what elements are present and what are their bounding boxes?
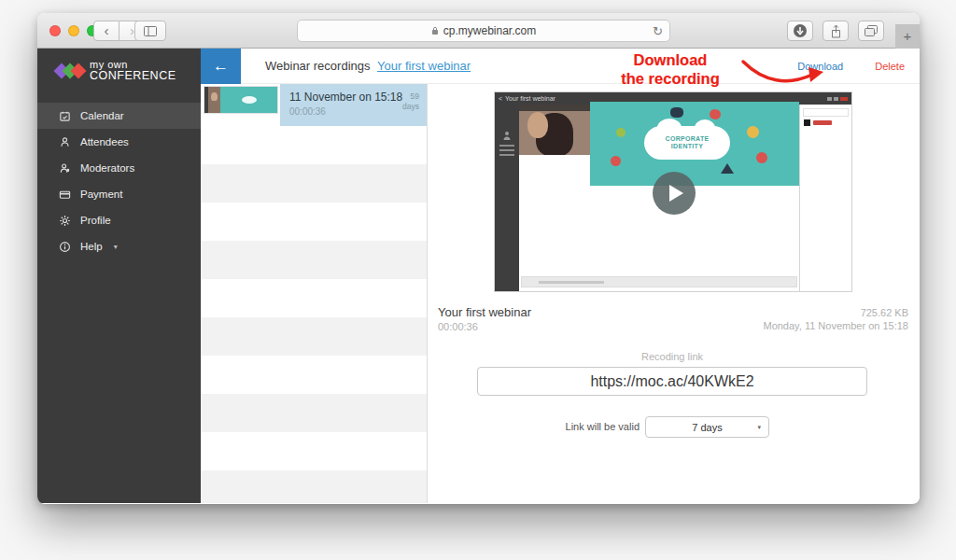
- recording-size: 725.62 KB: [861, 307, 908, 318]
- slide-blob-icon: [756, 152, 767, 163]
- player-titlebar-icons: [827, 97, 848, 101]
- logo-diamonds-icon: [56, 65, 81, 77]
- delete-link[interactable]: Delete: [875, 61, 905, 72]
- validity-label: Link will be valid: [428, 416, 640, 438]
- participants-panel: [799, 105, 851, 291]
- sidebar-toggle-button[interactable]: [134, 21, 166, 41]
- chevron-down-icon: ▾: [114, 243, 118, 251]
- sidebar-item-moderators[interactable]: Moderators: [37, 155, 201, 181]
- sidebar-item-label: Help: [80, 241, 103, 252]
- sidebar-item-help[interactable]: Help ▾: [37, 233, 201, 259]
- player-title: Your first webinar: [505, 95, 555, 102]
- close-button[interactable]: [49, 25, 61, 36]
- sidebar-item-attendees[interactable]: Attendees: [37, 129, 201, 155]
- tab-overview-icon: [865, 25, 878, 36]
- sidebar-item-label: Profile: [80, 215, 111, 226]
- sidebar-item-label: Calendar: [80, 110, 124, 121]
- layout-icon: [834, 97, 838, 101]
- back-button[interactable]: ←: [201, 49, 241, 84]
- recording-item-title: 11 November on 15:18: [289, 91, 419, 104]
- recording-duration: 00:00:36: [438, 321, 478, 332]
- recording-item-duration: 00:00:36: [289, 106, 419, 117]
- padlock-icon: [431, 26, 439, 35]
- refresh-button[interactable]: ↻: [653, 24, 663, 38]
- recording-list-item-selected[interactable]: 11 November on 15:18 00:00:36 59 days: [201, 84, 427, 126]
- validity-select[interactable]: 7 days ▾: [645, 416, 769, 438]
- credit-card-icon: [58, 188, 71, 201]
- share-button[interactable]: [822, 21, 849, 41]
- app-logo: my own CONFERENCE: [37, 49, 201, 93]
- recording-datetime: Monday, 11 November on 15:18: [763, 320, 908, 331]
- sidebar-item-profile[interactable]: Profile: [37, 207, 201, 233]
- slide-blob-icon: [616, 128, 626, 137]
- slide-mountain-icon: [721, 163, 734, 174]
- address-bar[interactable]: cp.mywebinar.com ↻: [297, 20, 670, 42]
- annotation-line2: the recording: [605, 69, 736, 88]
- breadcrumb-section: Webinar recordings: [265, 59, 370, 73]
- sidebar-item-label: Payment: [80, 189, 122, 200]
- sidebar-item-payment[interactable]: Payment: [37, 181, 201, 207]
- breadcrumb: Webinar recordings Your first webinar: [265, 59, 471, 73]
- sidebar-item-calendar[interactable]: Calendar: [37, 103, 201, 129]
- play-button[interactable]: [653, 172, 696, 215]
- page-header: ← Webinar recordings Your first webinar …: [201, 49, 920, 84]
- recording-thumbnail: [201, 84, 280, 126]
- presenter-icon: [500, 131, 513, 142]
- thumbnail-slide: [220, 87, 277, 113]
- slide-cloud: CORPORATE IDENTITY: [644, 126, 730, 160]
- sidebar-nav: Calendar Attendees Moderators: [37, 103, 201, 259]
- logo-text-bottom: CONFERENCE: [90, 70, 176, 82]
- recording-link-input[interactable]: [477, 367, 867, 396]
- slide-blob-icon: [611, 156, 621, 166]
- sidebar-item-label: Moderators: [80, 162, 134, 174]
- url-text: cp.mywebinar.com: [443, 24, 536, 37]
- downloads-button[interactable]: [787, 21, 813, 41]
- new-tab-button[interactable]: +: [895, 24, 920, 49]
- slide-blob-icon: [710, 109, 721, 119]
- slide-blob-icon: [747, 126, 759, 138]
- recording-detail-panel: < Your first webinar: [428, 84, 920, 503]
- tab-overview-button[interactable]: [858, 21, 884, 41]
- info-icon: [58, 240, 71, 253]
- record-icon: [840, 97, 848, 101]
- gear-icon: [58, 214, 71, 227]
- participant-avatar: [804, 119, 810, 126]
- recording-item-info: 11 November on 15:18 00:00:36 59 days: [280, 84, 427, 126]
- annotation-callout: Download the recording: [605, 50, 736, 88]
- toolbar-right-buttons: [787, 21, 884, 41]
- thumbnail-webcam: [208, 87, 220, 113]
- participant-row: [804, 119, 848, 126]
- empty-list-rows: [201, 126, 427, 503]
- slide-blob-icon: [670, 107, 683, 118]
- webcam-video: [519, 105, 590, 155]
- presentation-slide: CORPORATE IDENTITY: [590, 102, 799, 186]
- share-icon: [830, 24, 842, 38]
- select-caret-icon: ▾: [757, 424, 761, 431]
- browser-window: ‹ › cp.mywebinar.com ↻: [37, 13, 920, 504]
- moderators-icon: [58, 161, 71, 175]
- browser-toolbar: ‹ › cp.mywebinar.com ↻: [37, 13, 920, 49]
- player-chat-bar: [521, 276, 797, 287]
- traffic-lights: [49, 25, 98, 36]
- downloads-icon: [793, 23, 808, 38]
- recording-title: Your first webinar: [438, 305, 531, 319]
- play-icon: [669, 185, 683, 202]
- player-back-glyph: <: [499, 95, 502, 102]
- sidebar-item-label: Attendees: [80, 136, 129, 147]
- sidebar-toggle-icon: [144, 26, 157, 36]
- speaker-icon: [827, 97, 832, 101]
- participant-name: [813, 120, 832, 125]
- browser-back-button[interactable]: ‹: [93, 21, 120, 41]
- player-side-toolbar: [495, 105, 519, 291]
- breadcrumb-current-link[interactable]: Your first webinar: [377, 59, 471, 73]
- calendar-icon: [58, 109, 71, 122]
- annotation-line1: Download: [605, 50, 736, 69]
- recording-link-label: Recoding link: [477, 351, 867, 362]
- app-sidebar: my own CONFERENCE Calendar Attendees: [37, 49, 201, 503]
- recordings-list-panel: 11 November on 15:18 00:00:36 59 days: [201, 84, 428, 503]
- attendees-icon: [58, 135, 71, 148]
- participants-search: [803, 108, 849, 117]
- minimize-button[interactable]: [68, 25, 79, 36]
- annotation-arrow-icon: [739, 58, 825, 88]
- recording-item-expiry: 59 days: [402, 91, 419, 111]
